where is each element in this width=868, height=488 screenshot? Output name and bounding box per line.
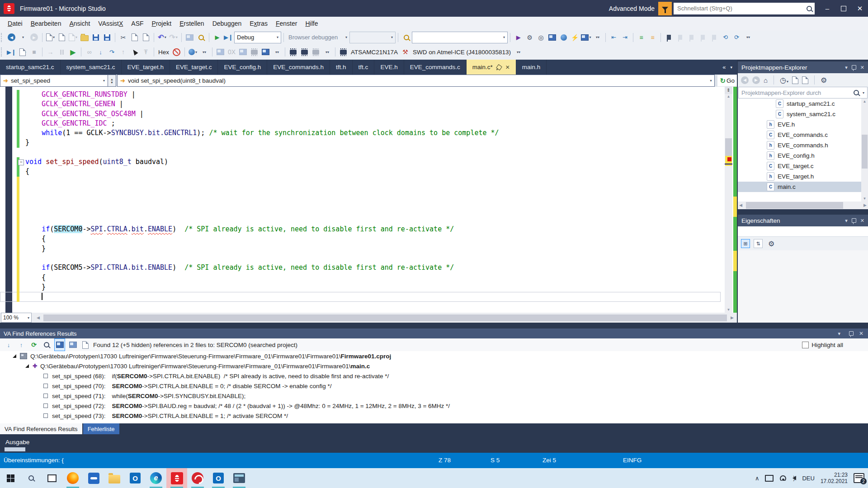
editor-vertical-scrollbar[interactable]: ⇕ ▲ ▼	[725, 87, 732, 313]
tab-EVE-config-h[interactable]: EVE_config.h	[218, 60, 267, 75]
menu-datei[interactable]: Datei	[4, 17, 27, 30]
start-without-debugging-button[interactable]: ▶	[212, 32, 223, 43]
find-references-titlebar[interactable]: VA Find References Results ▾ ✕	[0, 328, 868, 338]
pin-tab-icon[interactable]	[496, 64, 502, 70]
bottom-tab-fehlerliste[interactable]: Fehlerliste	[83, 423, 119, 434]
debug-overflow-2[interactable]: ▾▾	[271, 46, 283, 58]
comment-button[interactable]: ≡	[636, 32, 647, 43]
quickstart-search[interactable]	[674, 3, 815, 14]
indent-increase-button[interactable]: ⇥	[619, 32, 631, 43]
mail-app[interactable]: O	[208, 468, 229, 488]
toolbar-overflow-1[interactable]: ▾▾	[592, 32, 603, 43]
tray-expand-icon[interactable]: ∧	[755, 475, 760, 482]
menu-extras[interactable]: Extras	[245, 17, 272, 30]
tab-EVE-commands-h[interactable]: EVE_commands.h	[267, 60, 330, 75]
notification-center-icon[interactable]: 2	[854, 473, 864, 483]
solution-explorer-titlebar[interactable]: Projektmappen-Explorer ▾ ✕	[738, 61, 868, 73]
code-line-16[interactable]: {	[0, 234, 721, 244]
attach-debugger-button[interactable]: ▶	[513, 32, 524, 43]
code-line-2[interactable]: GCLK_GENCTRL_GENEN |	[0, 99, 721, 109]
code-line-18[interactable]	[0, 253, 721, 263]
tree-item-system-samc21-c[interactable]: Csystem_samc21.c	[738, 109, 868, 119]
edge[interactable]: e	[146, 468, 166, 488]
hex-toggle[interactable]: Hex	[158, 49, 169, 56]
code-line-21[interactable]: }	[0, 282, 721, 292]
code-line-3[interactable]: GCLK_GENCTRL_SRC_OSC48M |	[0, 109, 721, 119]
firefox[interactable]	[62, 468, 83, 488]
clone-results-button[interactable]	[68, 339, 78, 351]
result-row-4[interactable]: set_spi_speed (70):SERCOM0->SPI.CTRLA.bi…	[0, 381, 868, 391]
taskbar-search[interactable]	[21, 468, 42, 488]
find-symbol-button[interactable]	[401, 32, 412, 43]
properties-titlebar[interactable]: Eigenschaften ▾ ✕	[738, 215, 868, 226]
program-device-button[interactable]	[288, 46, 299, 58]
toolbar-combo-empty-1[interactable]: ▾	[349, 32, 396, 43]
tab-main-h[interactable]: main.h	[516, 60, 547, 75]
toggle-directive-references-button[interactable]	[54, 338, 65, 351]
tab-tft-h[interactable]: tft.h	[330, 60, 353, 75]
properties-pin-icon[interactable]	[852, 218, 856, 223]
console-button[interactable]: ▾	[580, 32, 592, 43]
show-next-statement-button[interactable]: →	[45, 46, 56, 58]
code-line-17[interactable]: }	[0, 244, 721, 253]
scope-spinner[interactable]: ▲▼	[108, 75, 116, 87]
processor-view-button[interactable]: ▾	[187, 46, 198, 58]
volume-icon[interactable]	[793, 476, 796, 480]
teamviewer[interactable]	[83, 468, 104, 488]
menu-bearbeiten[interactable]: Bearbeiten	[27, 17, 66, 30]
code-line-19[interactable]: if(SERCOM5->SPI.CTRLA.bit.ENABLE) /* SPI…	[0, 263, 721, 272]
start-button[interactable]	[0, 468, 21, 488]
previous-bookmark-button[interactable]	[675, 32, 686, 43]
tray-clock[interactable]: 21:23 17.02.2021	[821, 472, 848, 484]
step-into-button[interactable]: ↓	[95, 46, 106, 58]
code-line-5[interactable]: while(1 == GCLK->SYNCBUSY.bit.GENCTRL1);…	[0, 128, 721, 138]
tab-EVE-h[interactable]: EVE.h	[374, 60, 404, 75]
menu-vassistx[interactable]: VAssistX	[94, 17, 127, 30]
wifi-icon[interactable]	[779, 475, 787, 481]
result-row-3[interactable]: set_spi_speed (68):if(SERCOM0->SPI.CTRLA…	[0, 371, 868, 381]
tray-monitor-icon[interactable]	[765, 475, 774, 482]
browser-debug-select[interactable]: Browser debuggen▾	[286, 32, 349, 43]
tab-system-samc21-c[interactable]: system_samc21.c	[61, 60, 122, 75]
navigate-forward-button[interactable]: ▶	[28, 32, 40, 43]
device-overflow[interactable]: ▾▾	[321, 46, 333, 58]
tree-horizontal-scrollbar[interactable]: ◀▶	[738, 202, 868, 209]
next-bookmark-folder-button[interactable]	[708, 32, 720, 43]
quickwatch-button[interactable]: ∞	[84, 46, 95, 58]
menu-ansicht[interactable]: Ansicht	[65, 17, 94, 30]
collapse-all-icon[interactable]	[802, 76, 808, 84]
tree-vertical-scrollbar[interactable]: ▲ ▼	[861, 99, 868, 202]
find-references-search-button[interactable]	[42, 339, 52, 351]
find-in-files-button[interactable]	[195, 32, 207, 43]
flash-button[interactable]: ⚡	[569, 32, 580, 43]
set-next-statement-button[interactable]: Ŧ	[140, 46, 151, 58]
break-all-button[interactable]	[56, 46, 67, 58]
open-file-button[interactable]	[79, 32, 90, 43]
remote-desktop[interactable]	[229, 468, 250, 488]
zoom-level-select[interactable]: 100 %▾	[1, 313, 32, 323]
code-line-9[interactable]: {	[0, 167, 721, 176]
toolbar-combo-empty-2[interactable]: ▾	[412, 32, 508, 43]
properties-wrench-icon[interactable]: ⚙	[821, 76, 827, 84]
tree-item-startup-samc21-c[interactable]: Cstartup_samc21.c	[738, 99, 868, 109]
debug-configuration-select[interactable]: Debug▾	[234, 32, 281, 43]
minimize-button[interactable]: –	[819, 2, 835, 15]
previous-reference-button[interactable]: ↑	[16, 339, 26, 351]
keyboard-language[interactable]: DEU	[802, 475, 814, 482]
read-device-button[interactable]	[299, 46, 310, 58]
debug-overflow-1[interactable]: ▾▾	[198, 46, 210, 58]
new-project-button[interactable]: ▾	[45, 32, 56, 43]
disassembly-window-button[interactable]	[249, 46, 260, 58]
navigate-back-button[interactable]: ◀	[6, 32, 17, 43]
settings-wrench-button[interactable]: ⚙	[524, 32, 535, 43]
explorer-forward-icon[interactable]: ▶	[752, 76, 760, 84]
va-close-icon[interactable]: ✕	[859, 330, 863, 337]
profiler-button[interactable]: ◎	[535, 32, 547, 43]
properties-wrench-icon-2[interactable]: ⚙	[768, 239, 774, 248]
code-line-12[interactable]	[0, 196, 721, 205]
properties-object-select[interactable]	[738, 226, 868, 237]
tab-main-c-[interactable]: main.c*✕	[467, 60, 516, 75]
close-panel-icon[interactable]: ✕	[860, 65, 864, 70]
scope-dropdown[interactable]: ➜ set_spi_speed▾	[0, 75, 108, 87]
tab-tft-c[interactable]: tft.c	[353, 60, 375, 75]
